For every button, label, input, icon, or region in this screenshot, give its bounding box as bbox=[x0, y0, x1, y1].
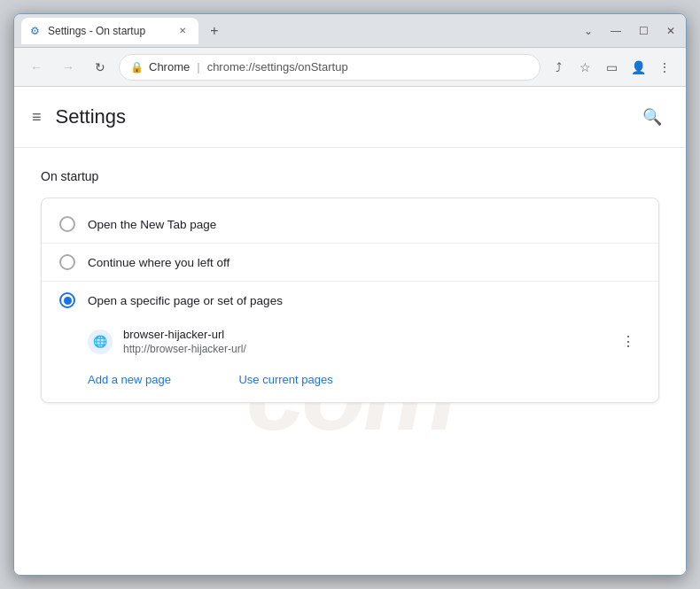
minimize-button[interactable]: — bbox=[607, 23, 625, 39]
settings-content: On startup Open the New Tab page Continu… bbox=[14, 148, 686, 424]
address-url: chrome://settings/onStartup bbox=[207, 60, 348, 74]
radio-circle-new-tab bbox=[59, 216, 75, 232]
active-tab[interactable]: ⚙ Settings - On startup ✕ bbox=[21, 18, 198, 44]
page-globe-icon: 🌐 bbox=[88, 329, 113, 354]
radio-circle-specific-page bbox=[59, 292, 75, 308]
menu-icon[interactable]: ⋮ bbox=[652, 55, 677, 80]
page-name: browser-hijacker-url bbox=[123, 328, 605, 341]
tab-close-button[interactable]: ✕ bbox=[175, 24, 190, 38]
tab-favicon-icon: ⚙ bbox=[30, 25, 43, 37]
add-new-page-button[interactable]: Add a new page bbox=[42, 364, 189, 395]
settings-header: ≡ Settings 🔍 bbox=[14, 87, 686, 148]
close-button[interactable]: ✕ bbox=[663, 23, 679, 39]
startup-options-card: Open the New Tab page Continue where you… bbox=[41, 198, 659, 403]
window-controls: ⌄ — ☐ ✕ bbox=[580, 23, 679, 39]
chrome-label: Chrome bbox=[149, 60, 190, 74]
browser-window: ⚙ Settings - On startup ✕ + ⌄ — ☐ ✕ ← → … bbox=[13, 13, 687, 576]
back-button[interactable]: ← bbox=[23, 54, 50, 81]
radio-circle-continue bbox=[59, 254, 75, 270]
page-entry: 🌐 browser-hijacker-url http://browser-hi… bbox=[42, 319, 658, 364]
nav-bar: ← → ↻ 🔒 Chrome | chrome://settings/onSta… bbox=[14, 48, 686, 87]
radio-label-continue: Continue where you left off bbox=[88, 256, 229, 269]
tab-title: Settings - On startup bbox=[48, 25, 145, 37]
address-bar[interactable]: 🔒 Chrome | chrome://settings/onStartup bbox=[119, 54, 541, 81]
share-icon[interactable]: ⤴ bbox=[546, 55, 571, 80]
radio-label-new-tab: Open the New Tab page bbox=[88, 218, 216, 231]
lock-icon: 🔒 bbox=[130, 61, 144, 74]
page-more-button[interactable]: ⋮ bbox=[616, 329, 641, 354]
sidebar-icon[interactable]: ▭ bbox=[599, 55, 624, 80]
hamburger-menu-icon[interactable]: ≡ bbox=[32, 108, 42, 127]
radio-option-continue[interactable]: Continue where you left off bbox=[42, 244, 658, 281]
profile-icon[interactable]: 👤 bbox=[626, 55, 650, 80]
radio-option-new-tab[interactable]: Open the New Tab page bbox=[42, 205, 658, 243]
radio-option-specific-page[interactable]: Open a specific page or set of pages bbox=[42, 282, 658, 319]
maximize-button[interactable]: ☐ bbox=[635, 23, 652, 39]
search-settings-button[interactable]: 🔍 bbox=[636, 101, 668, 133]
radio-label-specific-page: Open a specific page or set of pages bbox=[88, 294, 283, 307]
page-url: http://browser-hijacker-url/ bbox=[123, 343, 605, 355]
address-separator: | bbox=[197, 60, 199, 74]
settings-page: pccom ≡ Settings 🔍 On startup Open the N… bbox=[14, 87, 686, 575]
page-info: browser-hijacker-url http://browser-hija… bbox=[123, 328, 605, 355]
section-title: On startup bbox=[41, 169, 659, 183]
new-tab-button[interactable]: + bbox=[202, 19, 227, 43]
title-bar: ⚙ Settings - On startup ✕ + ⌄ — ☐ ✕ bbox=[14, 14, 686, 48]
refresh-button[interactable]: ↻ bbox=[87, 54, 113, 81]
bookmark-icon[interactable]: ☆ bbox=[572, 55, 597, 80]
page-title: Settings bbox=[56, 105, 636, 128]
nav-icons-right: ⤴ ☆ ▭ 👤 ⋮ bbox=[546, 55, 677, 80]
chevron-down-icon[interactable]: ⌄ bbox=[580, 23, 596, 39]
use-current-pages-button[interactable]: Use current pages bbox=[192, 364, 350, 395]
forward-button[interactable]: → bbox=[55, 54, 82, 81]
